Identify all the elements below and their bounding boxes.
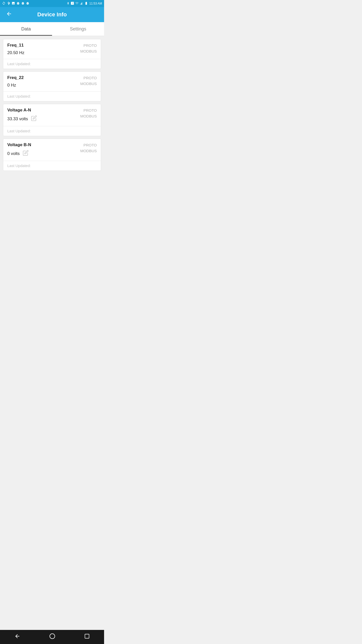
card-freq11-value: 20.50 Hz (7, 50, 24, 55)
card-freq22-proto: PROTO (83, 76, 97, 80)
card-freq22-name: Freq_22 (7, 75, 24, 80)
tab-settings[interactable]: Settings (52, 22, 104, 36)
edit-voltage-an-button[interactable] (31, 115, 37, 123)
back-button[interactable] (4, 9, 14, 20)
card-voltage-bn-proto: PROTO (83, 143, 97, 147)
card-freq22-value: 0 Hz (7, 83, 24, 88)
card-freq22-modbus: MODBUS (80, 82, 97, 86)
status-icons-left (2, 2, 29, 6)
card-freq11-last-updated: Last Updated: (7, 62, 31, 66)
svg-rect-3 (82, 2, 82, 5)
card-voltage-an-proto: PROTO (83, 108, 97, 112)
card-voltage-bn-right: PROTO MODBUS (80, 142, 97, 153)
usb-icon (7, 2, 10, 6)
card-freq11-footer: Last Updated: (3, 59, 101, 69)
tabs-container: Data Settings (0, 22, 104, 36)
card-voltage-bn-footer: Last Updated: (3, 161, 101, 171)
card-freq22-main: Freq_22 0 Hz PROTO MODBUS (3, 72, 101, 91)
card-freq22-footer: Last Updated: (3, 91, 101, 101)
page-title: Device Info (37, 11, 67, 18)
card-freq22-right: PROTO MODBUS (80, 75, 97, 86)
card-voltage-an-name: Voltage A-N (7, 108, 37, 113)
card-voltage-bn-last-updated: Last Updated: (7, 164, 31, 168)
bluetooth-icon (67, 2, 70, 6)
wifi-icon (75, 2, 79, 6)
card-voltage-bn-name: Voltage B-N (7, 142, 31, 147)
card-freq11-left: Freq_11 20.50 Hz (7, 43, 24, 55)
svg-rect-0 (80, 4, 80, 5)
card-voltage-bn-modbus: MODBUS (80, 149, 97, 153)
card-voltage-bn: Voltage B-N 0 volts PROTO MODBUS Last Up… (3, 139, 101, 171)
card-voltage-bn-value: 0 volts (7, 150, 31, 157)
sync-icon (2, 2, 6, 6)
card-freq11-proto: PROTO (83, 43, 97, 48)
header: Device Info (0, 7, 104, 22)
bug1-icon (16, 2, 20, 6)
card-freq22-left: Freq_22 0 Hz (7, 75, 24, 88)
card-freq11: Freq_11 20.50 Hz PROTO MODBUS Last Updat… (3, 39, 101, 69)
card-voltage-an-main: Voltage A-N 33.33 volts PROTO MODBUS (3, 104, 101, 126)
card-voltage-an-left: Voltage A-N 33.33 volts (7, 108, 37, 123)
tab-data[interactable]: Data (0, 22, 52, 36)
card-freq22-last-updated: Last Updated: (7, 94, 31, 98)
signal-icon (80, 2, 83, 6)
card-voltage-an-footer: Last Updated: (3, 126, 101, 136)
card-freq11-modbus: MODBUS (80, 49, 97, 53)
card-voltage-bn-main: Voltage B-N 0 volts PROTO MODBUS (3, 139, 101, 161)
svg-rect-2 (81, 3, 82, 5)
data-content: Freq_11 20.50 Hz PROTO MODBUS Last Updat… (0, 36, 104, 174)
card-voltage-bn-left: Voltage B-N 0 volts (7, 142, 31, 157)
image-icon (12, 2, 15, 6)
card-voltage-an-last-updated: Last Updated: (7, 129, 31, 133)
svg-rect-1 (81, 4, 81, 5)
card-voltage-an-right: PROTO MODBUS (80, 108, 97, 118)
card-freq22: Freq_22 0 Hz PROTO MODBUS Last Updated: (3, 71, 101, 101)
card-freq11-main: Freq_11 20.50 Hz PROTO MODBUS (3, 39, 101, 59)
card-freq11-name: Freq_11 (7, 43, 24, 48)
card-voltage-an-value: 33.33 volts (7, 115, 37, 123)
status-icons-right: 11:53 AM (67, 2, 102, 6)
card-voltage-an-modbus: MODBUS (80, 114, 97, 118)
edit-voltage-bn-button[interactable] (23, 150, 29, 157)
status-bar: 11:53 AM (0, 0, 104, 7)
battery-icon (84, 2, 88, 6)
bug2-icon (21, 2, 25, 6)
bug3-icon (26, 2, 29, 6)
card-freq11-right: PROTO MODBUS (80, 43, 97, 53)
card-voltage-an: Voltage A-N 33.33 volts PROTO MODBUS Las… (3, 104, 101, 136)
nfc-icon (71, 2, 74, 6)
status-time: 11:53 AM (89, 2, 102, 5)
